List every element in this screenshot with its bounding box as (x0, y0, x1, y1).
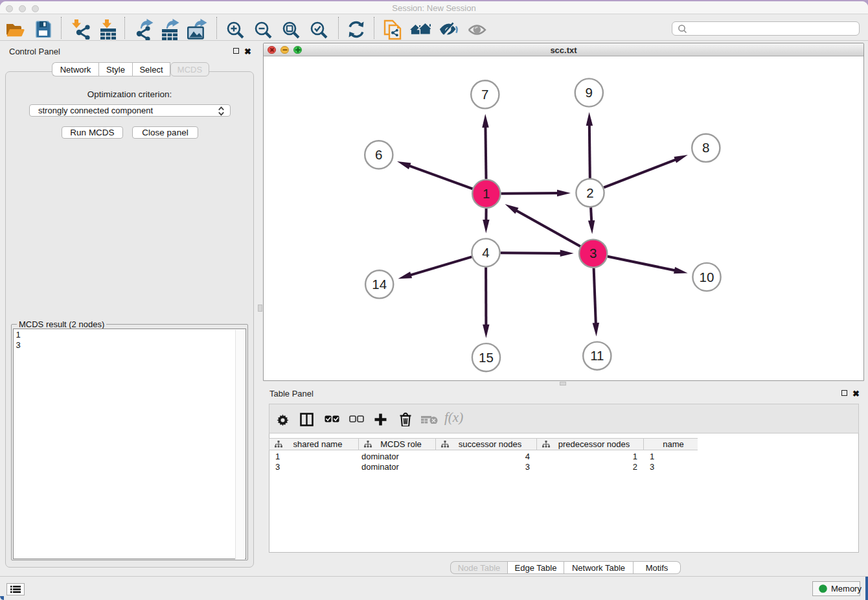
svg-text:10: 10 (700, 270, 714, 284)
svg-text:14: 14 (372, 277, 387, 292)
svg-text:11: 11 (590, 348, 604, 363)
svg-text:6: 6 (375, 147, 382, 162)
svg-text:7: 7 (481, 87, 488, 102)
svg-text:4: 4 (482, 245, 489, 260)
svg-text:15: 15 (479, 350, 494, 365)
svg-text:9: 9 (586, 85, 593, 100)
svg-text:2: 2 (586, 185, 593, 200)
svg-text:3: 3 (589, 246, 597, 260)
svg-text:8: 8 (702, 140, 709, 155)
svg-text:1: 1 (483, 186, 490, 201)
